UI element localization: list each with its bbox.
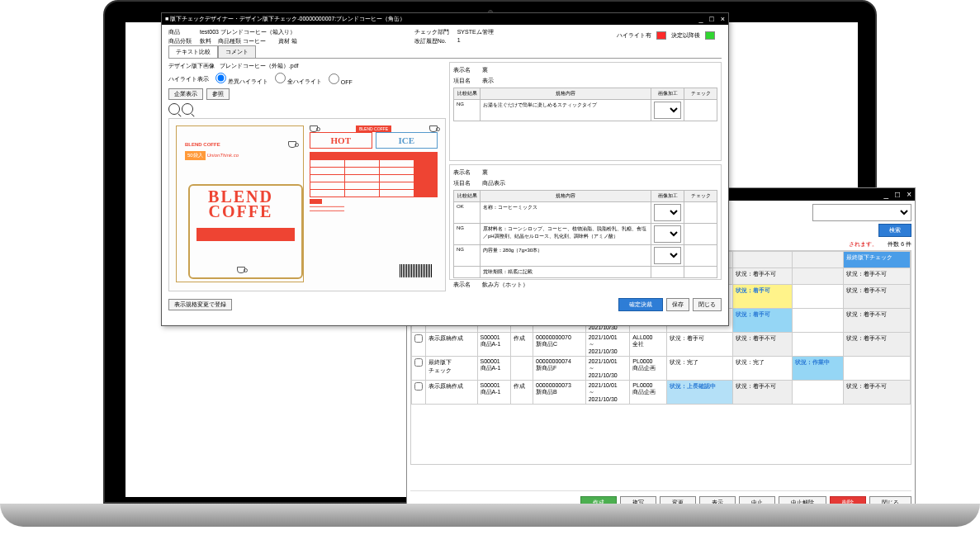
art-union: UnionThink.co [207,153,239,158]
item-label: 商品 [168,28,192,36]
maximize-icon[interactable]: □ [709,15,713,23]
row-checkbox[interactable] [414,382,423,391]
search-button[interactable]: 検索 [878,224,911,237]
spec-row[interactable]: NG原材料名：コーンシロップ、コーヒー、植物油脂、脱脂粉乳、乳糖、食塩／pH調整… [454,224,717,245]
nutrition-table [310,152,438,197]
spec-row[interactable]: NG内容量：280g（7g×30本） [454,245,717,267]
tab-text-compare[interactable]: テキスト比較 [168,45,218,58]
check-dept-value: SYSTEム管理 [457,28,494,36]
art-hot: HOT [310,132,372,149]
rev-value: 1 [457,37,494,45]
confirm-button[interactable]: 確定決裁 [618,298,663,311]
img-edit-select[interactable] [654,102,681,119]
register-spec-change-button[interactable]: 表示規格変更で登録 [168,299,232,310]
highlight-green-swatch [705,31,715,40]
cup-icon [288,141,296,148]
highlight-has-label: ハイライト有 [617,31,651,40]
status-link[interactable]: 状況：着手可 [733,309,792,333]
barcode [400,264,433,277]
tab-comment[interactable]: コメント [218,45,256,58]
count-label: 件数 6 件 [888,240,911,250]
art-count: 50袋入 [185,151,206,160]
highlight-confirm-label: 決定以降後 [671,31,700,40]
cup-icon [429,125,438,132]
zoom-out-icon[interactable] [182,103,193,115]
maximize-icon[interactable]: □ [895,190,900,199]
radio-off[interactable]: OFF [329,73,353,85]
art-brand-top: BLEND COFFE [185,142,220,147]
art-ice: ICE [376,132,438,149]
hl-display-label: ハイライト表示 [168,75,209,83]
art-side-brand: BLEND COFFE [356,125,391,132]
art-jp-bar [196,228,295,241]
filter-dropdown[interactable] [812,204,911,221]
save-button[interactable]: 保存 [666,298,689,311]
rev-label: 改訂履歴No. [414,37,449,45]
spec-row[interactable]: 賞味期限：箱底に記載 [454,267,717,278]
cup-icon [237,267,245,273]
cup-icon [310,125,318,132]
radio-diff[interactable]: 差異ハイライト [215,73,268,86]
check-dept-label: チェック部門 [414,28,449,36]
minimize-icon[interactable]: _ [698,15,703,23]
status-link[interactable]: 状況：着手可 [733,285,792,309]
status-link[interactable]: 状況：作業中 [792,357,844,381]
close-button[interactable]: 閉じる [693,298,722,311]
laptop-base [0,504,980,527]
close-icon[interactable]: × [907,190,911,199]
artwork-preview[interactable]: BLEND COFFE 50袋入 UnionThink.co BLEND COF… [168,118,446,291]
minimize-icon[interactable]: _ [884,190,889,199]
close-icon[interactable]: × [721,15,725,23]
source-value: ブレンドコーヒー（外箱）.pdf [220,63,299,69]
item-value: test003 ブレンドコーヒー（箱入り） [200,28,297,36]
row-checkbox[interactable] [414,334,423,343]
cat-label: 商品分類 [168,37,192,45]
row-checkbox[interactable] [414,358,423,367]
table-row[interactable]: 最終版下 チェック S00001商品A-1 00000000074新商品F 20… [412,357,911,381]
note-text: されます。 [849,240,878,249]
source-label: デザイン版下画像 [168,63,215,69]
window-title: ■ 版下チェックデザイナー・デザイン版下チェック-00000000007:ブレン… [165,15,405,23]
browse-button[interactable]: 参照 [206,88,230,100]
spec-group-2: 表示名裏 項目名商品表示 比較結果 規格内容 画像加工 チェック OK名称：コー… [449,164,722,280]
spec-row[interactable]: NG お湯を注ぐだけで簡単に楽しめるスティックタイプ [454,100,717,121]
spec-group-1: 表示名裏 項目名表示 比較結果 規格内容 画像加工 チェック NG お湯を注ぐだ… [449,62,722,161]
status-link[interactable]: 状況：上長確認中 [667,381,733,405]
table-row[interactable]: 表示原稿作成 S00001商品A-1 作成 00000000073新商品B 20… [412,381,911,405]
table-row[interactable]: 表示原稿作成 S00001商品A-1 作成 00000000070新商品C 20… [412,333,911,357]
highlight-red-swatch [656,31,666,40]
zoom-in-icon[interactable] [168,103,180,115]
fg-titlebar: ■ 版下チェックデザイナー・デザイン版下チェック-00000000007:ブレン… [162,13,728,25]
art-blend-logo: BLEND COFFE [182,189,300,219]
spec-row[interactable]: OK名称：コーヒーミックス [454,202,717,224]
company-display-button[interactable]: 企業表示 [168,88,203,100]
radio-all[interactable]: 全ハイライト [275,73,322,86]
col-final-check: 最終版下チェック [844,252,911,268]
designer-window: ■ 版下チェックデザイナー・デザイン版下チェック-00000000007:ブレン… [161,12,729,326]
